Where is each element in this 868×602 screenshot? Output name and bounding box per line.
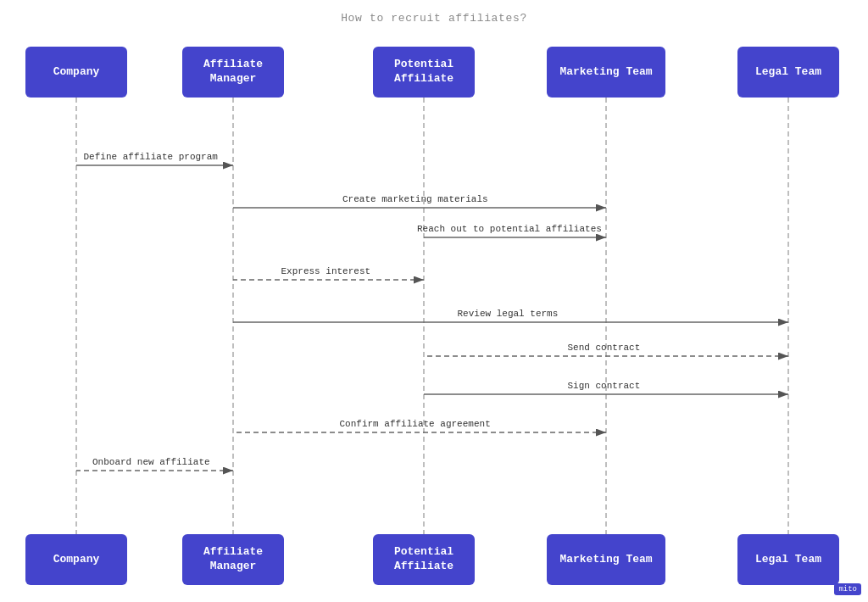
message-label-7: Confirm affiliate agreement [340,419,491,429]
actor-box-potential_affiliate: Potential Affiliate [373,47,475,98]
message-label-6: Sign contract [568,381,641,391]
actor-box-legal_team_b: Legal Team [737,534,839,585]
actor-box-marketing_team_b: Marketing Team [547,534,665,585]
message-label-4: Review legal terms [458,309,559,319]
message-label-2: Reach out to potential affiliates [417,224,602,234]
message-label-5: Send contract [568,343,641,353]
actor-box-affiliate_manager: Affiliate Manager [182,47,284,98]
actor-box-affiliate_manager_b: Affiliate Manager [182,534,284,585]
actor-box-marketing_team: Marketing Team [547,47,665,98]
message-label-8: Onboard new affiliate [92,457,210,467]
actor-box-potential_affiliate_b: Potential Affiliate [373,534,475,585]
actor-box-legal_team: Legal Team [737,47,839,98]
message-label-1: Create marketing materials [342,194,488,204]
actor-box-company: Company [25,47,127,98]
diagram: How to recruit affiliates? CompanyAffili… [0,0,868,602]
message-label-3: Express interest [281,266,371,276]
mito-badge: mito [834,583,861,595]
diagram-title: How to recruit affiliates? [0,12,868,25]
actor-box-company_b: Company [25,534,127,585]
message-label-0: Define affiliate program [84,152,218,162]
